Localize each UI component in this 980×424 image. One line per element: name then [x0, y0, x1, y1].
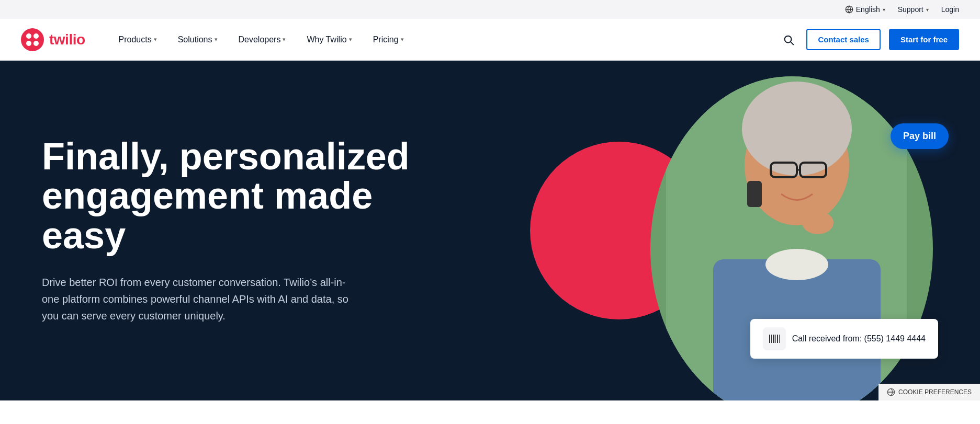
svg-rect-22 — [773, 335, 774, 343]
globe-icon — [845, 5, 853, 14]
svg-point-19 — [802, 211, 833, 234]
globe-small-icon — [887, 388, 895, 396]
pay-bill-badge: Pay bill — [891, 123, 949, 149]
login-label: Login — [941, 5, 959, 14]
language-label: English — [856, 5, 880, 14]
pricing-chevron-icon: ▾ — [401, 36, 404, 43]
nav-links: Products ▾ Solutions ▾ Developers ▾ Why … — [110, 31, 780, 49]
support-selector[interactable]: Support ▾ — [898, 5, 929, 14]
developers-chevron-icon: ▾ — [283, 36, 286, 43]
svg-point-4 — [26, 41, 31, 46]
svg-point-5 — [33, 41, 39, 46]
svg-rect-18 — [747, 181, 762, 207]
svg-point-17 — [765, 249, 828, 280]
hero-description: Drive better ROI from every customer con… — [42, 274, 356, 324]
call-notification: Call received from: (555) 1449 4444 — [750, 319, 938, 359]
barcode-icon — [768, 333, 781, 345]
call-icon — [763, 327, 786, 350]
svg-rect-24 — [777, 335, 778, 343]
call-notification-text: Call received from: (555) 1449 4444 — [792, 334, 926, 343]
nav-pricing-label: Pricing — [373, 35, 399, 44]
contact-sales-button[interactable]: Contact sales — [806, 29, 881, 50]
hero-content: Finally, personalized engagement made ea… — [42, 137, 450, 325]
pay-bill-text: Pay bill — [903, 131, 936, 141]
login-link[interactable]: Login — [941, 5, 959, 14]
nav-products[interactable]: Products ▾ — [110, 31, 165, 49]
svg-point-3 — [33, 33, 39, 39]
nav-products-label: Products — [119, 35, 152, 44]
nav-actions: Contact sales Start for free — [779, 29, 959, 50]
nav-developers[interactable]: Developers ▾ — [230, 31, 295, 49]
svg-rect-20 — [769, 335, 770, 343]
utility-bar: English ▾ Support ▾ Login — [0, 0, 980, 19]
solutions-chevron-icon: ▾ — [215, 36, 218, 43]
support-chevron-icon: ▾ — [926, 7, 929, 13]
nav-why-twilio-label: Why Twilio — [307, 35, 346, 44]
products-chevron-icon: ▾ — [154, 36, 157, 43]
start-for-free-button[interactable]: Start for free — [889, 29, 959, 50]
search-button[interactable] — [779, 30, 798, 49]
support-label: Support — [898, 5, 923, 14]
svg-point-2 — [26, 33, 31, 39]
hero-title: Finally, personalized engagement made ea… — [42, 137, 450, 256]
nav-why-twilio[interactable]: Why Twilio ▾ — [298, 31, 360, 49]
svg-point-1 — [21, 28, 44, 51]
cookie-preferences-bar[interactable]: COOKIE PREFERENCES — [878, 384, 980, 400]
nav-solutions[interactable]: Solutions ▾ — [170, 31, 226, 49]
nav-solutions-label: Solutions — [178, 35, 212, 44]
svg-point-12 — [742, 82, 852, 176]
search-icon — [783, 34, 794, 45]
main-navigation: twilio Products ▾ Solutions ▾ Developers… — [0, 19, 980, 61]
logo[interactable]: twilio — [21, 28, 85, 51]
svg-rect-21 — [771, 335, 772, 343]
svg-rect-25 — [779, 335, 780, 343]
nav-developers-label: Developers — [239, 35, 281, 44]
language-selector[interactable]: English ▾ — [845, 5, 885, 14]
why-twilio-chevron-icon: ▾ — [349, 36, 352, 43]
twilio-text: twilio — [49, 31, 85, 48]
svg-line-7 — [791, 42, 794, 44]
svg-rect-23 — [775, 335, 776, 343]
language-chevron-icon: ▾ — [883, 7, 885, 13]
cookie-preferences-label: COOKIE PREFERENCES — [898, 388, 972, 396]
twilio-logo-icon — [21, 28, 44, 51]
nav-pricing[interactable]: Pricing ▾ — [365, 31, 412, 49]
hero-section: Finally, personalized engagement made ea… — [0, 61, 980, 400]
